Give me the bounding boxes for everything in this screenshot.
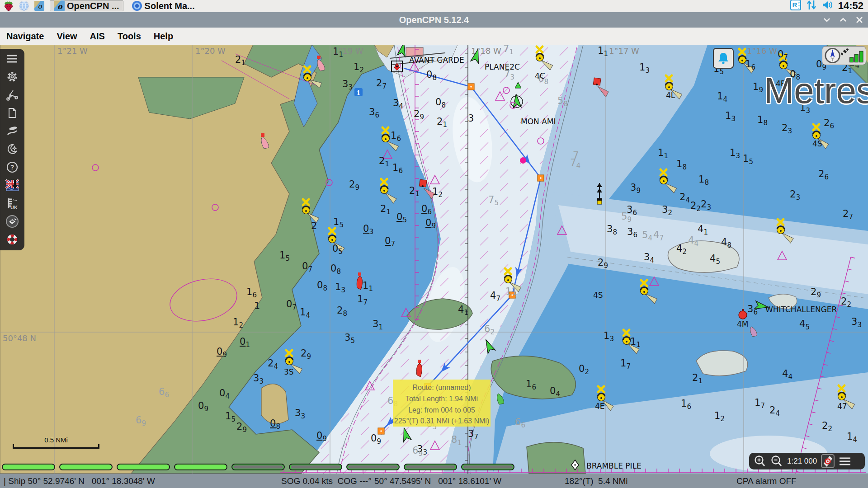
os-taskbar: o oOpenCPN ...Solent Ma... Rvnc 14:52 [0,0,868,12]
track-icon[interactable] [5,124,19,138]
tides-uk-icon[interactable]: UK [5,197,19,210]
man-overboard-icon[interactable] [5,233,19,246]
window-titlebar[interactable]: OpenCPN 5.12.4 [0,12,868,28]
scale-bar-bracket [13,444,99,449]
info-symbol[interactable]: i [354,88,363,96]
chart-label: 47 [837,402,847,411]
grid-longitude-label: 1°20 W [195,46,226,56]
camera-icon[interactable] [5,215,19,228]
ship-position: | Ship 50° 52.9746' N 001° 18.3048' W [4,476,155,486]
depth-sounding: 2 [311,221,317,231]
taskbar-window-opencpn[interactable]: oOpenCPN ... [50,0,123,11]
chart-quilt-segment[interactable] [231,464,285,470]
depth-sounding: 1 [254,300,260,311]
tooltip-leg: Leg: from 004 to 005 [393,405,491,416]
opencpn-small-launcher-icon[interactable]: o [33,0,45,11]
chart-label: 4S [593,291,603,300]
svg-text:?: ? [10,164,14,171]
cpa-alarm-status: CPA alarm OFF [736,476,797,486]
boat-icon [822,455,833,467]
chart-label: 3S [284,367,294,376]
scale-bar: 0.5 NMi [13,436,99,449]
grid-latitude-label: 50°48 N [3,333,36,343]
follow-ship-button[interactable] [821,454,835,468]
chart-label: 4C [535,71,545,80]
menu-view[interactable]: View [57,31,83,42]
zoom-in-button[interactable] [754,455,766,468]
grid-longitude-label: 1°17 W [609,46,639,56]
chart-scale-value: 1:21 000 [787,457,817,466]
cursor-position: 50° 47.5495' N 001° 18.6101' W [374,476,501,486]
alert-bell-button[interactable] [713,48,734,69]
tooltip-bearing: 225°(T) 0.31 NMi (+1.63 NMi) [393,416,491,427]
chart-quilt-segment[interactable] [289,464,342,470]
menu-navigate[interactable]: Navigate [6,31,50,42]
svg-text:c: c [798,7,799,9]
menu-tools[interactable]: Tools [118,31,147,42]
help-icon[interactable]: ? [5,160,19,174]
create-route-icon[interactable] [5,88,19,102]
compass-gps-widget[interactable] [822,46,866,65]
updown-tray-icon[interactable] [807,0,816,12]
grid-longitude-label: 1°21 W [57,46,88,56]
menu-icon[interactable] [5,52,19,66]
signal-bars-icon [850,51,863,62]
route-manager-icon[interactable] [5,106,19,120]
chart-label: PLANE2C [485,62,520,71]
chart-quilt-bar[interactable] [2,464,514,470]
chart-downloader-uk-icon[interactable] [5,178,19,192]
chart-quilt-segment[interactable] [59,464,113,470]
sog-cog: SOG 0.04 kts COG ---° [281,476,372,486]
chart-label: 4L [666,91,675,100]
svg-text:R: R [792,1,797,9]
svg-text:i: i [357,89,359,96]
minimize-icon[interactable] [823,16,831,24]
raspberry-launcher-icon[interactable] [3,0,14,11]
globe-launcher-icon[interactable] [18,0,30,11]
taskbar-window-solent[interactable]: Solent Ma... [128,0,198,11]
chart-label: WHITCHALLENGER [765,305,837,314]
chart-canvas[interactable]: 1°21 W1°20 W1°19 W1°18 W1°17 W1°16 W50°4… [0,45,868,474]
menu-bar: NavigateViewAISToolsHelp [0,28,868,45]
volume-tray-icon[interactable] [822,0,834,12]
toolbar-dock: ?UK [0,49,24,250]
maximize-icon[interactable] [839,16,847,24]
close-icon[interactable] [855,16,863,24]
route-tooltip: Route: (unnamed) Total Length: 1.94 NMi … [393,380,491,427]
svg-text:o: o [38,2,42,10]
pd-symbol[interactable] [520,157,526,164]
svg-text:o: o [57,2,63,11]
chart-quilt-segment[interactable] [117,464,170,470]
night-mode-icon[interactable] [5,142,19,156]
zoom-out-button[interactable] [770,455,783,468]
window-title: OpenCPN 5.12.4 [399,15,469,25]
satellite-icon [840,48,849,56]
chart-label: 4E [595,402,605,411]
svg-text:UK: UK [10,205,18,210]
chart-quilt-segment[interactable] [174,464,227,470]
depth-unit-overlay: Metres [764,70,868,112]
menu-help[interactable]: Help [154,31,179,42]
chart-label: BRAMBLE PILE [586,461,642,470]
system-tray: Rvnc 14:52 [790,0,865,12]
zoom-control-bar: 1:21 000 [749,453,865,469]
chart-label: 4S [812,139,822,148]
chart-quilt-segment[interactable] [404,464,457,470]
options-icon[interactable] [5,70,19,84]
menu-ais[interactable]: AIS [90,31,111,42]
vnc-tray-icon[interactable]: Rvnc [790,0,801,12]
grid-longitude-label: 1°16 W [747,46,777,56]
tooltip-total-length: Total Length: 1.94 NMi [393,394,491,405]
tooltip-route-name: Route: (unnamed) [393,382,491,394]
depth-sounding: 3 [468,113,474,124]
clock: 14:52 [838,0,863,12]
chart-label: MON AMI [521,117,556,126]
chart-menu-button[interactable] [839,456,851,467]
chart-quilt-segment[interactable] [2,464,55,470]
chart-quilt-segment[interactable] [461,464,514,470]
chart-label: AVANT GARDE [409,56,464,65]
cursor-bearing-distance: 182°(T) 5.4 NMi [565,476,628,486]
depth-sounding: 11 [505,286,518,297]
status-bar: | Ship 50° 52.9746' N 001° 18.3048' W SO… [0,474,868,488]
chart-quilt-segment[interactable] [346,464,400,470]
